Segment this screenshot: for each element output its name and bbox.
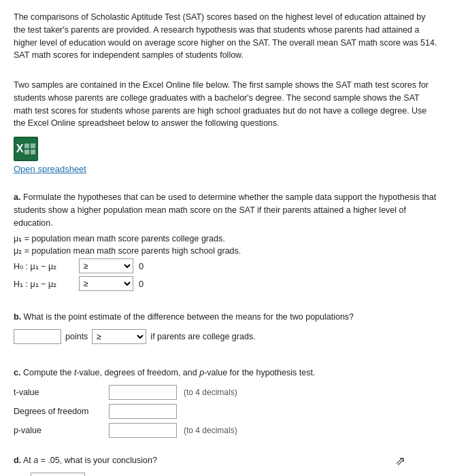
section-c-description: Compute the t-value, degrees of freedom,… bbox=[23, 368, 315, 377]
h1-row: H₁ : μ₁ − μ₂ ≥ ≤ = ≠ < > 0 bbox=[14, 276, 439, 291]
pvalue-input[interactable] bbox=[109, 423, 177, 438]
section-d-label: d. bbox=[14, 456, 21, 465]
h0-row: H₀ : μ₁ − μ₂ ≥ ≤ = ≠ < > 0 bbox=[14, 258, 439, 273]
section-c-text: c. Compute the t-value, degrees of freed… bbox=[14, 367, 439, 379]
pvalue-note: (to 4 decimals) bbox=[184, 426, 237, 435]
excel-icon: X bbox=[14, 137, 38, 161]
h0-label: H₀ : μ₁ − μ₂ bbox=[14, 261, 75, 271]
intro-paragraph-1: The comparisons of Scholastic Aptitude T… bbox=[14, 11, 439, 62]
open-spreadsheet-link[interactable]: Open spreadsheet bbox=[14, 164, 439, 174]
h1-select[interactable]: ≥ ≤ = ≠ < > bbox=[79, 276, 133, 291]
tvalue-row: t-value (to 4 decimals) bbox=[14, 385, 439, 400]
excel-cell-1 bbox=[24, 143, 29, 148]
conclusion-select[interactable]: do not do cannot bbox=[31, 473, 85, 476]
pvalue-row: p-value (to 4 decimals) bbox=[14, 423, 439, 438]
section-d-text: d. At a = .05, what is your conclusion? bbox=[14, 454, 157, 467]
mu1-text: μ₁ = population mean math score parents … bbox=[14, 233, 225, 243]
tvalue-label: t-value bbox=[14, 388, 102, 397]
section-a-label: a. bbox=[14, 192, 20, 202]
points-label: points bbox=[65, 332, 88, 341]
excel-cell-3 bbox=[24, 150, 29, 154]
df-label: Degrees of freedom bbox=[14, 407, 102, 416]
section-d-description: At a = .05, what is your conclusion? bbox=[23, 456, 157, 465]
section-a-text: a. Formulate the hypotheses that can be … bbox=[14, 191, 439, 229]
section-b-text: b. What is the point estimate of the dif… bbox=[14, 311, 439, 324]
mu2-line: μ₂ = population mean math score parents … bbox=[14, 245, 439, 256]
mu2-text: μ₂ = population mean math score parents … bbox=[14, 245, 241, 256]
point-select[interactable]: ≥ ≤ = ≠ < > bbox=[92, 329, 146, 344]
point-estimate-row: points ≥ ≤ = ≠ < > if parents are colleg… bbox=[14, 329, 439, 344]
df-row: Degrees of freedom bbox=[14, 404, 439, 419]
section-a-description: Formulate the hypotheses that can be use… bbox=[14, 192, 436, 228]
section-b-label: b. bbox=[14, 312, 21, 322]
h1-label: H₁ : μ₁ − μ₂ bbox=[14, 279, 75, 289]
tvalue-note: (to 4 decimals) bbox=[184, 388, 237, 397]
cursor-arrow-icon: ⇗ bbox=[395, 454, 405, 469]
point-estimate-input[interactable] bbox=[14, 329, 61, 344]
intro-paragraph-2: Two samples are contained in the Excel O… bbox=[14, 79, 439, 130]
h0-select[interactable]: ≥ ≤ = ≠ < > bbox=[79, 258, 133, 273]
if-parents-text: if parents are college grads. bbox=[150, 332, 255, 341]
tvalue-input[interactable] bbox=[109, 385, 177, 400]
excel-section: X bbox=[14, 137, 439, 161]
section-c-label: c. bbox=[14, 368, 20, 377]
excel-cell-2 bbox=[31, 143, 35, 148]
section-d-row: d. At a = .05, what is your conclusion? … bbox=[14, 454, 439, 469]
conclusion-row: We do not do cannot reject H0. bbox=[14, 473, 439, 476]
mu1-line: μ₁ = population mean math score parents … bbox=[14, 233, 439, 243]
tvalue-section: t-value (to 4 decimals) Degrees of freed… bbox=[14, 385, 439, 438]
excel-x-letter: X bbox=[16, 143, 24, 155]
df-input[interactable] bbox=[109, 404, 177, 419]
h0-zero: 0 bbox=[139, 261, 144, 271]
section-b-description: What is the point estimate of the differ… bbox=[24, 312, 354, 322]
excel-grid bbox=[24, 143, 35, 154]
pvalue-label: p-value bbox=[14, 426, 102, 435]
excel-cell-4 bbox=[31, 150, 35, 154]
h1-zero: 0 bbox=[139, 279, 144, 289]
